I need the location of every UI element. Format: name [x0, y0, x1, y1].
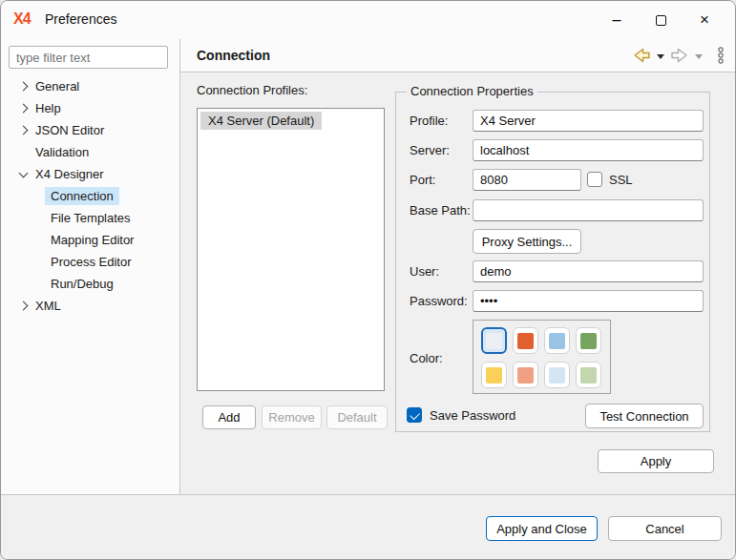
password-label: Password:: [410, 294, 468, 308]
server-field[interactable]: [473, 139, 704, 161]
view-menu-icon[interactable]: [716, 47, 725, 64]
swatch-color: [580, 333, 597, 349]
sidebar-item-label: Process Editor: [45, 253, 137, 271]
color-swatch-panel: [473, 320, 611, 394]
save-password-label: Save Password: [430, 408, 515, 423]
color-label: Color:: [410, 351, 443, 365]
list-item-selected[interactable]: X4 Server (Default): [200, 112, 322, 130]
chevron-right-icon[interactable]: [19, 82, 29, 92]
page-header: Connection: [180, 39, 736, 73]
user-field[interactable]: [473, 260, 704, 282]
sidebar-item-json-editor[interactable]: JSON Editor: [1, 119, 179, 141]
sidebar-item-xml[interactable]: XML: [1, 295, 179, 317]
add-button[interactable]: Add: [202, 405, 256, 429]
test-connection-button[interactable]: Test Connection: [585, 404, 704, 428]
default-button[interactable]: Default: [326, 405, 388, 429]
history-toolbar: [632, 47, 725, 64]
color-swatch[interactable]: [513, 362, 538, 388]
sidebar-item-label: Validation: [30, 143, 95, 161]
color-swatch[interactable]: [544, 327, 570, 354]
sidebar-item-run-debug[interactable]: Run/Debug: [1, 273, 179, 295]
profiles-list-label: Connection Profiles:: [197, 83, 307, 97]
profile-label: Profile:: [410, 114, 448, 128]
maximize-button[interactable]: [639, 1, 683, 39]
swatch-color: [486, 367, 502, 384]
sidebar-item-label: General: [30, 77, 85, 95]
sidebar-item-label: Run/Debug: [45, 275, 119, 293]
profile-field[interactable]: [473, 110, 704, 132]
close-icon: ×: [700, 10, 709, 30]
apply-and-close-button[interactable]: Apply and Close: [486, 516, 598, 541]
sidebar-item-label: X4 Designer: [30, 165, 110, 183]
server-label: Server:: [410, 143, 450, 157]
sidebar-item-validation[interactable]: Validation: [1, 141, 179, 163]
sidebar-item-label: XML: [30, 297, 67, 315]
preferences-tree: General Help JSON Editor Validation X4 D…: [1, 75, 179, 317]
password-field[interactable]: [473, 290, 704, 312]
swatch-color: [517, 367, 534, 384]
forward-dropdown-icon[interactable]: [695, 54, 703, 59]
proxy-settings-button[interactable]: Proxy Settings...: [473, 229, 581, 254]
group-title: Connection Properties: [407, 84, 537, 98]
maximize-icon: [656, 15, 666, 26]
ssl-label: SSL: [609, 173, 633, 187]
base-path-field[interactable]: [473, 199, 704, 221]
sidebar-item-help[interactable]: Help: [1, 97, 179, 119]
color-swatch[interactable]: [576, 327, 601, 354]
filter-input[interactable]: [9, 46, 168, 69]
ssl-checkbox[interactable]: [587, 172, 602, 187]
swatch-color: [549, 367, 565, 384]
remove-button[interactable]: Remove: [262, 405, 322, 429]
sidebar-item-x4-designer[interactable]: X4 Designer: [1, 163, 179, 185]
minimize-icon: –: [613, 11, 621, 29]
window-title: Preferences: [45, 11, 116, 27]
color-swatch[interactable]: [513, 327, 538, 354]
page-title: Connection: [197, 48, 270, 63]
chevron-right-icon[interactable]: [19, 301, 29, 311]
forward-arrow-icon[interactable]: [670, 48, 689, 63]
sidebar-item-label: Help: [30, 99, 67, 117]
connection-page: Connection Profiles: X4 Server (Default)…: [180, 73, 736, 495]
bottom-bar: Apply and Close Cancel: [1, 495, 736, 560]
chevron-down-icon[interactable]: [19, 169, 29, 178]
swatch-color: [517, 333, 534, 349]
sidebar-item-connection[interactable]: Connection: [1, 185, 179, 207]
chevron-right-icon[interactable]: [19, 104, 29, 114]
port-label: Port:: [410, 173, 435, 187]
back-arrow-icon[interactable]: [632, 48, 651, 63]
color-swatch-selected[interactable]: [481, 327, 507, 354]
sidebar: General Help JSON Editor Validation X4 D…: [1, 39, 179, 495]
cancel-button[interactable]: Cancel: [608, 516, 722, 541]
x4-logo-icon: X4: [13, 10, 31, 28]
save-password-checkbox[interactable]: [407, 407, 422, 423]
sidebar-item-process-editor[interactable]: Process Editor: [1, 251, 179, 273]
color-swatch[interactable]: [576, 362, 601, 388]
color-swatch[interactable]: [481, 362, 507, 388]
preferences-dialog: X4 Preferences – × General Help JSON Edi…: [0, 0, 736, 560]
apply-button[interactable]: Apply: [598, 449, 714, 473]
swatch-color: [486, 333, 502, 349]
sidebar-item-file-templates[interactable]: File Templates: [1, 207, 179, 229]
chevron-right-icon[interactable]: [19, 126, 29, 135]
sidebar-item-label: JSON Editor: [30, 121, 110, 139]
swatch-color: [549, 333, 565, 349]
sidebar-item-label: Mapping Editor: [45, 231, 139, 249]
close-button[interactable]: ×: [683, 1, 726, 39]
back-dropdown-icon[interactable]: [657, 54, 664, 59]
title-bar: X4 Preferences – ×: [1, 1, 735, 39]
sidebar-item-mapping-editor[interactable]: Mapping Editor: [1, 229, 179, 251]
user-label: User:: [410, 264, 439, 279]
port-field[interactable]: [473, 169, 581, 191]
base-path-label: Base Path:: [410, 203, 471, 218]
minimize-button[interactable]: –: [595, 1, 639, 39]
connection-properties-group: Connection Properties Profile: Server: P…: [395, 92, 710, 432]
sidebar-item-general[interactable]: General: [1, 75, 179, 97]
sidebar-item-label-selected: Connection: [45, 187, 119, 205]
swatch-color: [580, 367, 597, 384]
sidebar-item-label: File Templates: [45, 209, 137, 227]
connection-profiles-list[interactable]: X4 Server (Default): [197, 108, 385, 391]
color-swatch[interactable]: [544, 362, 570, 388]
